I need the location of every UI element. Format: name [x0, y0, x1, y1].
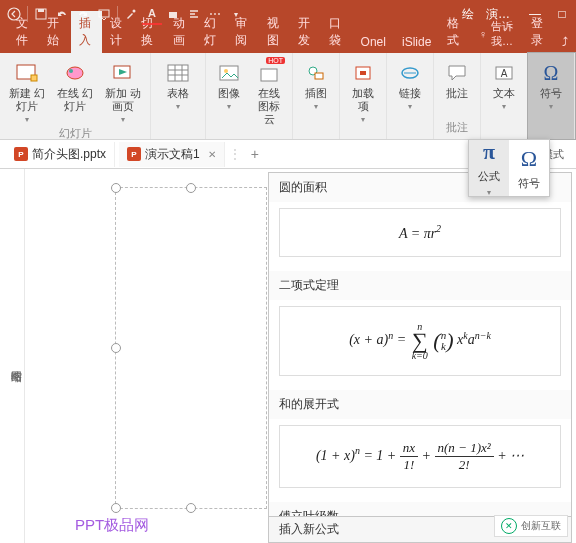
powerpoint-icon: P [14, 147, 28, 161]
symbols-dropdown: π 公式 ▾ Ω 符号 [468, 139, 550, 197]
maximize-button[interactable]: □ [552, 4, 572, 24]
symbol-button[interactable]: Ω 符号 [509, 140, 549, 196]
close-tab-icon[interactable]: ✕ [208, 149, 216, 160]
equation-split-button[interactable]: π 公式 ▾ [469, 140, 509, 196]
svg-rect-11 [168, 65, 188, 81]
content-placeholder[interactable] [115, 187, 267, 509]
illustrations-button[interactable]: 插图 [299, 59, 333, 113]
slide-canvas[interactable]: PPT极品网 圆的面积 A = πr2 二项式定理 (x + a)n = n∑k… [25, 169, 576, 543]
images-button[interactable]: 图像 [212, 59, 246, 113]
svg-rect-16 [315, 73, 323, 79]
new-anim-page-button[interactable]: 新加 动画页 [102, 59, 144, 126]
omega-icon: Ω [521, 146, 537, 172]
hot-icon: HOT [257, 61, 281, 85]
svg-rect-7 [31, 75, 37, 81]
svg-text:A: A [501, 68, 508, 79]
eyedropper-icon[interactable] [121, 4, 141, 24]
svg-rect-5 [169, 12, 177, 18]
nav-back-icon[interactable] [4, 4, 24, 24]
tab-view[interactable]: 视图 [259, 11, 290, 53]
undo-icon[interactable] [52, 4, 72, 24]
brand-watermark: ✕ 创新互联 [494, 515, 568, 537]
svg-point-8 [67, 67, 83, 79]
equation-circle-area[interactable]: A = πr2 [279, 208, 561, 257]
shapes-icon [304, 61, 328, 85]
ribbon: 新建 幻灯片 在线 幻灯片 新加 动画页 幻灯片 表格 [0, 53, 576, 140]
equation-sum-expansion[interactable]: (1 + x)n = 1 + nx1! + n(n − 1)x²2! + ⋯ [279, 425, 561, 488]
tab-onekey[interactable]: Onel [353, 31, 394, 53]
workspace: 缩略图 PPT极品网 圆的面积 A = πr2 二项式定理 (x + a [0, 169, 576, 543]
save-icon[interactable] [31, 4, 51, 24]
online-icons-button[interactable]: HOT 在线 图标云 [252, 59, 286, 129]
redo-icon[interactable] [73, 4, 93, 24]
add-tab-button[interactable]: + [245, 146, 265, 162]
online-slides-button[interactable]: 在线 幻灯片 [54, 59, 96, 115]
gallery-heading-binomial: 二项式定理 [269, 271, 571, 300]
slideshow-icon[interactable] [94, 4, 114, 24]
table-button[interactable]: 表格 [157, 59, 199, 113]
shape-fill-icon[interactable] [163, 4, 183, 24]
qat-customize-icon[interactable]: ▾ [226, 4, 246, 24]
svg-rect-18 [360, 71, 366, 75]
equation-binomial-theorem[interactable]: (x + a)n = n∑k=0 nk xkan−k [279, 306, 561, 376]
table-icon [166, 61, 190, 85]
tab-developer[interactable]: 开发 [290, 11, 321, 53]
new-anim-icon [111, 61, 135, 85]
login-button[interactable]: 登录 [523, 11, 554, 53]
svg-rect-2 [38, 9, 44, 12]
tab-islide[interactable]: iSlide [394, 31, 439, 53]
comment-icon [445, 61, 469, 85]
watermark-text: PPT极品网 [75, 516, 149, 535]
tab-format[interactable]: 格式 [439, 11, 470, 53]
equation-gallery: 圆的面积 A = πr2 二项式定理 (x + a)n = n∑k=0 nk x… [268, 172, 572, 543]
textbox-icon: A [492, 61, 516, 85]
svg-rect-14 [261, 69, 277, 81]
doc-tab-1[interactable]: P 简介头图.pptx [6, 142, 115, 167]
svg-point-4 [133, 10, 136, 13]
pi-icon: π [483, 139, 495, 165]
comments-button[interactable]: 批注 [440, 59, 474, 102]
svg-point-0 [8, 8, 20, 20]
doc-tab-2[interactable]: P 演示文稿1 ✕ [119, 142, 225, 167]
share-icon[interactable]: ⤴ [554, 31, 576, 53]
addins-button[interactable]: 加载 项 [346, 59, 380, 126]
link-icon [398, 61, 422, 85]
tab-koudai[interactable]: 口袋 [321, 11, 352, 53]
more-icon[interactable]: ⋯ [205, 4, 225, 24]
slides-group-label: 幻灯片 [59, 126, 92, 143]
gallery-heading-expansion: 和的展开式 [269, 390, 571, 419]
ribbon-tabs: 文件 开始 插入 设计 切换 动画 幻灯 审阅 视图 开发 口袋 Onel iS… [0, 28, 576, 53]
text-button[interactable]: A 文本 [487, 59, 521, 113]
links-button[interactable]: 链接 [393, 59, 427, 113]
tell-me-search[interactable]: ♀告诉我… [471, 15, 523, 53]
svg-point-9 [69, 69, 73, 73]
svg-point-13 [224, 69, 228, 73]
online-slides-icon [63, 61, 87, 85]
addins-icon [351, 61, 375, 85]
new-slide-icon [15, 61, 39, 85]
images-icon [217, 61, 241, 85]
new-slide-button[interactable]: 新建 幻灯片 [6, 59, 48, 126]
omega-icon: Ω [539, 61, 563, 85]
align-icon[interactable] [184, 4, 204, 24]
font-color-icon[interactable]: A [142, 3, 162, 25]
symbols-button[interactable]: Ω 符号 [534, 59, 568, 113]
comments-group-label: 批注 [446, 120, 468, 137]
thumbnail-rail-label[interactable]: 缩略图 [0, 169, 25, 543]
powerpoint-icon: P [127, 147, 141, 161]
brand-icon: ✕ [501, 518, 517, 534]
svg-rect-3 [99, 10, 109, 17]
